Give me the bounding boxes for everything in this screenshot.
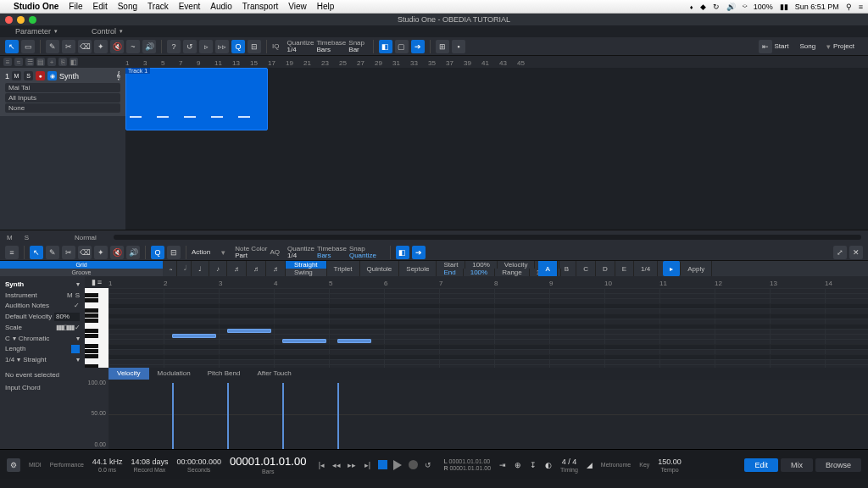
tab-velocity[interactable]: Velocity: [108, 368, 149, 380]
paint-tool[interactable]: ✦: [94, 40, 108, 53]
note-value-whole[interactable]: 𝅝: [163, 261, 177, 276]
bend-tool[interactable]: ~: [126, 40, 140, 53]
timebase-value[interactable]: Bars: [316, 47, 337, 53]
ed-paint-tool[interactable]: ✦: [94, 246, 108, 259]
ed-zoom-icon[interactable]: ⊟: [167, 246, 181, 259]
view-mix-tab[interactable]: Mix: [781, 458, 813, 472]
menu-app[interactable]: Studio One: [14, 2, 58, 11]
wifi-icon[interactable]: ⌔: [743, 3, 747, 11]
autoscroll-toggle[interactable]: Q: [231, 40, 245, 53]
record-button[interactable]: [406, 458, 420, 472]
project-label[interactable]: Project: [833, 42, 854, 50]
timesig-value[interactable]: 4 / 4: [562, 458, 577, 466]
preset-b[interactable]: B: [558, 261, 576, 276]
menu-event[interactable]: Event: [179, 2, 201, 11]
action-menu[interactable]: Action: [192, 248, 210, 256]
ed-autoscroll-toggle[interactable]: Q: [151, 246, 164, 259]
tab-pitchbend[interactable]: Pitch Bend: [199, 368, 249, 380]
tab-modulation[interactable]: Modulation: [149, 368, 199, 380]
midi-note[interactable]: [172, 334, 216, 338]
menu-help[interactable]: Help: [317, 2, 335, 11]
snap-value[interactable]: Bar: [348, 47, 359, 53]
preset-d[interactable]: D: [596, 261, 615, 276]
quantize-value[interactable]: 1/4: [287, 47, 305, 53]
arrange-hscroll[interactable]: [114, 235, 861, 240]
goto-end-button[interactable]: ▸|: [360, 458, 374, 472]
ed-quantize-value[interactable]: 1/4: [287, 252, 306, 259]
velocity-bar[interactable]: [172, 383, 174, 449]
goto-start-button[interactable]: |◂: [314, 458, 328, 472]
loop-skip-icon[interactable]: ⇥: [499, 461, 506, 469]
preroll-icon[interactable]: ◐: [545, 461, 552, 469]
note-grid[interactable]: [108, 288, 868, 368]
sync-icon[interactable]: ◆: [700, 3, 706, 11]
ed-expand-icon[interactable]: ⤢: [833, 246, 847, 259]
audition-toggle[interactable]: Audition Notes: [5, 302, 49, 309]
monitor-button[interactable]: ◉: [47, 71, 57, 80]
ripple-toggle[interactable]: ➔: [411, 40, 425, 53]
metronome-icon[interactable]: ◢: [587, 461, 593, 469]
play-button[interactable]: [391, 458, 404, 472]
ed-erase-tool[interactable]: ⌫: [78, 246, 92, 259]
divisions-triplet[interactable]: Triplet: [327, 261, 360, 276]
velocity-grid[interactable]: [108, 380, 868, 449]
rewind-button[interactable]: ◂◂: [330, 458, 343, 472]
record-arm-button[interactable]: ●: [36, 71, 45, 80]
ed-ripple-toggle[interactable]: ➔: [412, 246, 426, 259]
apply-button[interactable]: Apply: [681, 261, 712, 276]
track-io-output[interactable]: None: [5, 103, 120, 113]
snap-toggle[interactable]: ◧: [379, 40, 392, 53]
ed-snap-value[interactable]: Quantize: [349, 252, 376, 259]
editor-menu-icon[interactable]: ≡: [5, 246, 19, 259]
menu-view[interactable]: View: [288, 2, 307, 11]
track-io-input[interactable]: All Inputs: [5, 93, 120, 103]
note-value-64th[interactable]: ♬: [266, 261, 286, 276]
menu-transport[interactable]: Transport: [242, 2, 278, 11]
grid-tab[interactable]: Grid: [0, 261, 163, 269]
menu-song[interactable]: Song: [118, 2, 137, 11]
arr-mode[interactable]: Normal: [75, 234, 97, 241]
ed-draw-tool[interactable]: ✎: [46, 246, 59, 259]
arrange-lane[interactable]: 1357911131517192123252729313335373941434…: [125, 56, 868, 230]
grid-icon[interactable]: ⊞: [436, 40, 449, 53]
song-dropdown[interactable]: Song: [799, 42, 815, 50]
velocity-bar[interactable]: [337, 383, 339, 449]
cloud-icon[interactable]: ↻: [713, 3, 720, 11]
preset-a[interactable]: A: [538, 261, 557, 276]
replace-mode-icon[interactable]: ⊕: [515, 461, 521, 469]
editor-timeline[interactable]: 1234567891011121314: [108, 276, 868, 288]
automation-control[interactable]: Control: [92, 27, 123, 36]
undo-icon[interactable]: ?: [167, 40, 181, 53]
note-value-32nd[interactable]: ♬: [247, 261, 266, 276]
scale-name[interactable]: Chromatic: [19, 335, 74, 342]
ed-track-name[interactable]: Synth: [5, 280, 24, 288]
view-edit-tab[interactable]: Edit: [744, 458, 778, 472]
forward-button[interactable]: ▸▸: [345, 458, 359, 472]
listen-tool[interactable]: 🔊: [142, 40, 156, 53]
loop-right[interactable]: 00001.01.01.00: [449, 465, 491, 471]
ed-split-tool[interactable]: ✂: [62, 246, 75, 259]
divisions-quintole[interactable]: Quintole: [360, 261, 400, 276]
marker-icon[interactable]: ▪: [452, 40, 465, 53]
range-tool[interactable]: ▭: [21, 40, 35, 53]
split-tool[interactable]: ✂: [62, 40, 75, 53]
start-label[interactable]: Start: [775, 42, 789, 50]
track-io-instrument[interactable]: Mai Tai: [5, 83, 120, 92]
zoom-icon[interactable]: ⊟: [248, 40, 261, 53]
group-icon[interactable]: ☰: [25, 58, 34, 66]
mute-button[interactable]: M: [12, 71, 21, 80]
duplicate-icon[interactable]: ⎘: [58, 58, 67, 66]
arrange-timeline[interactable]: 1357911131517192123252729313335373941434…: [125, 56, 868, 68]
stop-button[interactable]: [376, 458, 389, 472]
snap-mode-icon[interactable]: ▢: [395, 40, 409, 53]
preset-e[interactable]: E: [615, 261, 634, 276]
menu-extra-icon[interactable]: ≡: [859, 3, 863, 11]
ed-mute-tool[interactable]: 🔇: [110, 246, 124, 259]
instrument-btn[interactable]: Instrument: [5, 291, 37, 299]
groove-tab[interactable]: Groove: [0, 269, 163, 276]
loop-button[interactable]: ↺: [421, 458, 435, 472]
piano-keyboard[interactable]: [85, 288, 108, 368]
transport-settings-icon[interactable]: ⚙: [7, 458, 20, 472]
divisions-straight[interactable]: Straight: [286, 261, 326, 269]
traffic-lights[interactable]: [5, 16, 36, 24]
